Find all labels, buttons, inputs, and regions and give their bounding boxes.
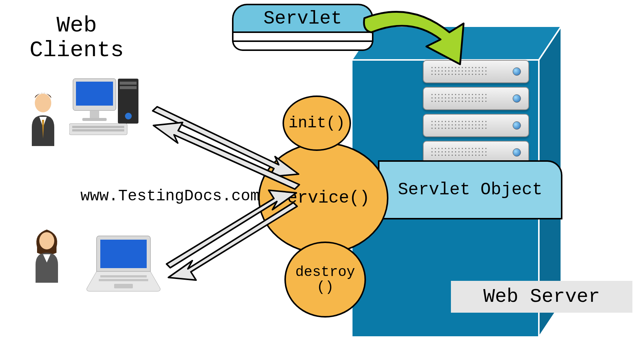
user-male-icon — [24, 90, 62, 146]
svg-rect-7 — [90, 110, 99, 118]
service-circle: service() — [258, 142, 388, 254]
desktop-computer-icon — [69, 75, 144, 139]
server-rack-icon — [423, 60, 528, 165]
servlet-object-box: Servlet Object — [378, 160, 562, 219]
web-server-label: Web Server — [451, 281, 632, 313]
svg-rect-6 — [76, 82, 113, 106]
watermark-label: www.TestingDocs.com — [80, 187, 260, 205]
laptop-icon — [86, 232, 161, 296]
diagram-stage: Web Clients — [0, 0, 644, 349]
destroy-circle: destroy () — [284, 242, 366, 318]
svg-rect-13 — [100, 240, 147, 268]
deploy-arrow-icon — [357, 7, 488, 75]
svg-rect-8 — [82, 118, 107, 121]
svg-point-12 — [39, 232, 54, 249]
svg-rect-16 — [114, 284, 133, 288]
svg-rect-2 — [120, 82, 137, 85]
svg-rect-3 — [120, 86, 137, 89]
svg-rect-14 — [100, 275, 147, 277]
svg-rect-10 — [72, 126, 124, 128]
svg-rect-11 — [72, 129, 124, 131]
web-clients-label: Web Clients — [21, 13, 133, 63]
user-female-icon — [28, 227, 65, 283]
svg-point-4 — [125, 113, 132, 119]
init-circle: init() — [283, 95, 351, 151]
servlet-capsule: Servlet — [232, 4, 370, 45]
servlet-cap-label: Servlet — [232, 4, 373, 31]
svg-rect-15 — [99, 279, 148, 281]
svg-point-0 — [35, 94, 51, 112]
